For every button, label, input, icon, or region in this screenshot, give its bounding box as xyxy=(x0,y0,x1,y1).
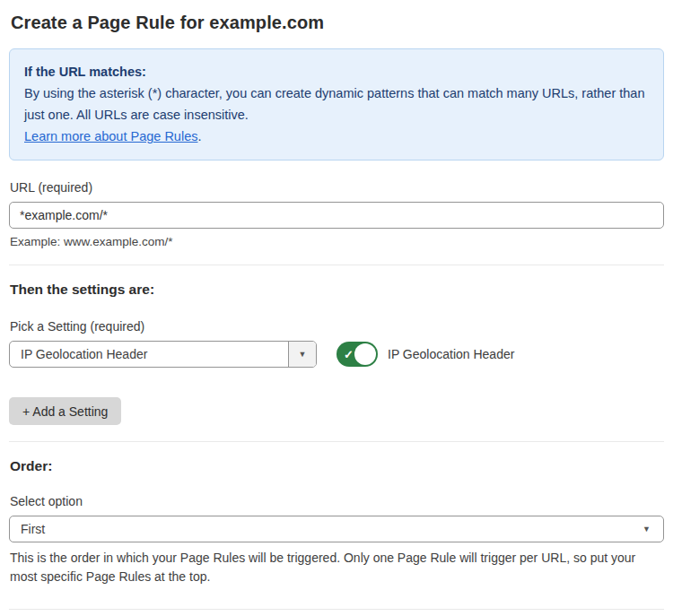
page-title: Create a Page Rule for example.com xyxy=(11,13,664,33)
setting-dropdown[interactable]: IP Geolocation Header ▼ xyxy=(9,341,317,368)
url-label: URL (required) xyxy=(10,180,664,195)
divider xyxy=(9,609,664,610)
info-box-body: By using the asterisk (*) character, you… xyxy=(24,82,649,126)
setting-row: IP Geolocation Header ▼ ✓ IP Geolocation… xyxy=(9,341,664,368)
order-select[interactable]: First ▼ xyxy=(9,516,664,542)
select-option-label: Select option xyxy=(10,494,664,508)
order-heading: Order: xyxy=(10,458,664,474)
ip-geolocation-toggle[interactable]: ✓ xyxy=(336,342,378,367)
chevron-down-icon: ▼ xyxy=(642,525,651,534)
url-input[interactable] xyxy=(9,202,664,229)
info-box-link-line: Learn more about Page Rules. xyxy=(24,126,649,147)
order-select-value: First xyxy=(21,522,642,536)
url-matches-info-box: If the URL matches: By using the asteris… xyxy=(9,48,664,161)
settings-section: Then the settings are: Pick a Setting (r… xyxy=(9,282,664,425)
url-example-helper: Example: www.example.com/* xyxy=(10,235,664,248)
info-box-heading: If the URL matches: xyxy=(24,61,649,82)
add-setting-button[interactable]: + Add a Setting xyxy=(9,397,121,425)
toggle-label: IP Geolocation Header xyxy=(388,347,514,361)
toggle-knob xyxy=(354,343,376,365)
setting-dropdown-value: IP Geolocation Header xyxy=(10,342,288,367)
pick-setting-label: Pick a Setting (required) xyxy=(10,319,664,334)
chevron-down-icon: ▼ xyxy=(299,351,307,359)
order-helper-text: This is the order in which your Page Rul… xyxy=(10,549,664,586)
learn-more-link[interactable]: Learn more about Page Rules xyxy=(24,129,197,143)
settings-heading: Then the settings are: xyxy=(10,282,664,298)
url-section: URL (required) Example: www.example.com/… xyxy=(9,180,664,248)
check-icon: ✓ xyxy=(344,349,354,360)
setting-dropdown-arrow-button[interactable]: ▼ xyxy=(288,342,316,367)
order-section: Order: Select option First ▼ This is the… xyxy=(9,458,664,586)
divider xyxy=(9,265,664,265)
link-period: . xyxy=(197,129,201,143)
divider xyxy=(9,441,664,442)
